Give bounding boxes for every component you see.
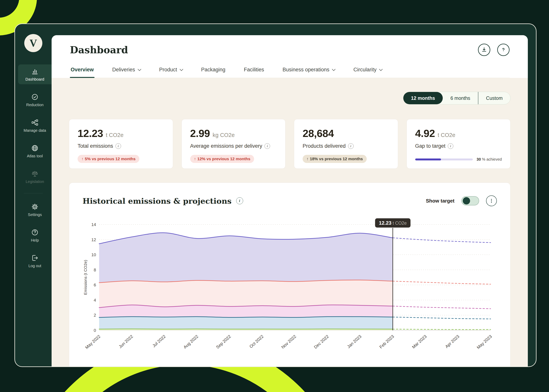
main-panel: Dashboard: [52, 35, 528, 366]
sidebar-item-atlas-tool[interactable]: Atlas tool: [18, 141, 52, 161]
svg-text:Sep 2022: Sep 2022: [215, 334, 232, 350]
sidebar-divider: [24, 193, 43, 193]
tab-product[interactable]: Product: [158, 67, 184, 78]
tab-label: Business operations: [283, 67, 329, 73]
stat-label: Average emissions per delivery: [190, 143, 262, 149]
globe-icon: [31, 144, 39, 152]
svg-text:Dec 2022: Dec 2022: [313, 334, 330, 350]
progress-suffix: % achieved: [481, 157, 502, 161]
stat-unit: t CO2e: [106, 132, 124, 138]
time-range-label: 12 months: [411, 95, 435, 101]
brand-logo[interactable]: V: [24, 34, 42, 52]
svg-text:Jul 2022: Jul 2022: [151, 334, 167, 348]
trend-badge: ↑ 5% vs previous 12 months: [78, 155, 139, 163]
stat-card-products-delivered: 28,684 Products delivered i ↑ 18% vs pre…: [294, 119, 398, 169]
time-range-12-months[interactable]: 12 months: [403, 92, 443, 104]
trend-badge: ↑ 12% vs previous 12 months: [190, 155, 254, 163]
trend-badge-text: 12% vs previous 12 months: [197, 157, 250, 161]
app-window: V Dashboard Reduction: [14, 23, 536, 367]
sidebar-item-manage-data[interactable]: Manage data: [18, 116, 52, 135]
download-icon: [481, 47, 487, 53]
time-range-6-months[interactable]: 6 months: [443, 92, 478, 104]
stat-cards-row: 12.23 t CO2e Total emissions i ↑ 5% vs p…: [69, 119, 511, 169]
bar-chart-icon: [31, 68, 39, 75]
stat-unit: t CO2e: [438, 132, 456, 138]
svg-text:Emissions (t CO2e): Emissions (t CO2e): [83, 260, 88, 295]
tab-facilities[interactable]: Facilities: [243, 67, 265, 78]
time-range-selector: 12 months 6 months Custom: [403, 92, 511, 105]
stat-label: Products delivered: [303, 143, 346, 149]
sidebar-item-label: Settings: [28, 213, 42, 217]
trend-badge-text: 18% vs previous 12 months: [310, 157, 363, 161]
tab-label: Circularity: [353, 67, 377, 73]
trend-badge-text: 5% vs previous 12 months: [85, 157, 136, 161]
sidebar-item-dashboard[interactable]: Dashboard: [18, 64, 52, 84]
info-icon[interactable]: i: [236, 197, 243, 204]
sidebar-item-label: Dashboard: [25, 77, 44, 82]
stat-card-total-emissions: 12.23 t CO2e Total emissions i ↑ 5% vs p…: [69, 119, 173, 169]
sidebar-item-label: Atlas tool: [27, 154, 43, 158]
sidebar: V Dashboard Reduction: [15, 24, 52, 366]
svg-text:Jun 2022: Jun 2022: [118, 334, 134, 349]
page-title: Dashboard: [70, 44, 128, 56]
tab-overview[interactable]: Overview: [70, 67, 94, 78]
sidebar-item-label: Help: [31, 238, 39, 243]
svg-text:14: 14: [92, 222, 96, 227]
segment-divider: [478, 92, 478, 104]
emissions-chart[interactable]: 02468101214Emissions (t CO2e)12.23 t CO2…: [83, 217, 498, 366]
kebab-icon: [489, 198, 494, 203]
chart-menu-button[interactable]: [486, 196, 497, 206]
info-icon[interactable]: i: [448, 143, 453, 149]
page-header: Dashboard: [52, 35, 528, 78]
question-icon: [31, 229, 39, 236]
time-range-custom[interactable]: Custom: [478, 92, 510, 104]
sidebar-item-reduction[interactable]: Reduction: [18, 90, 52, 110]
sidebar-item-settings[interactable]: Settings: [18, 200, 52, 220]
svg-text:May 2022: May 2022: [84, 334, 101, 350]
tab-label: Overview: [71, 67, 94, 73]
sidebar-nav: Dashboard Reduction Manage data: [15, 64, 52, 271]
chart-plot-area[interactable]: 02468101214Emissions (t CO2e)12.23 t CO2…: [83, 217, 497, 366]
chevron-down-icon: [138, 67, 141, 71]
tab-business-operations[interactable]: Business operations: [282, 67, 336, 78]
logout-icon: [31, 254, 39, 262]
tab-deliveries[interactable]: Deliveries: [111, 67, 142, 78]
svg-text:6: 6: [94, 283, 96, 287]
svg-text:Nov 2022: Nov 2022: [280, 334, 297, 350]
header-actions: [478, 44, 510, 56]
progress-fill: [415, 159, 441, 161]
tab-label: Facilities: [244, 67, 264, 73]
time-range-label: Custom: [486, 95, 503, 101]
show-target-toggle[interactable]: [461, 196, 479, 205]
tab-circularity[interactable]: Circularity: [353, 67, 383, 78]
info-icon[interactable]: i: [348, 143, 354, 149]
sidebar-item-label: Legislation: [26, 179, 44, 184]
sidebar-item-logout[interactable]: Log out: [18, 251, 52, 271]
svg-text:Oct 2022: Oct 2022: [249, 334, 264, 349]
stat-label: Gap to target: [415, 143, 446, 149]
svg-text:10: 10: [92, 252, 96, 257]
progress-track: [415, 159, 473, 161]
time-range-label: 6 months: [450, 95, 470, 101]
svg-text:Feb 2023: Feb 2023: [378, 334, 395, 350]
chevron-down-icon: [180, 67, 183, 71]
target-progress: 30 % achieved: [415, 157, 502, 161]
svg-text:2: 2: [94, 313, 96, 318]
tab-label: Product: [159, 67, 177, 73]
tab-packaging[interactable]: Packaging: [200, 67, 226, 78]
svg-text:4: 4: [94, 298, 96, 302]
trend-badge: ↑ 18% vs previous 12 months: [303, 155, 367, 163]
svg-text:Aug 2022: Aug 2022: [183, 334, 199, 350]
arrow-up-icon: ↑: [194, 157, 196, 161]
sidebar-item-label: Manage data: [24, 128, 46, 133]
chevron-down-icon: [379, 67, 383, 71]
info-icon[interactable]: i: [264, 143, 270, 149]
stat-card-gap-to-target: 4.92 t CO2e Gap to target i 30 % achieve…: [406, 119, 511, 169]
sidebar-item-legislation: Legislation: [18, 167, 52, 187]
svg-text:Jan 2023: Jan 2023: [346, 334, 362, 349]
arrow-up-icon: ↑: [81, 157, 84, 161]
help-button[interactable]: [497, 44, 510, 56]
download-button[interactable]: [478, 44, 490, 56]
sidebar-item-help[interactable]: Help: [18, 225, 52, 245]
info-icon[interactable]: i: [115, 143, 121, 149]
